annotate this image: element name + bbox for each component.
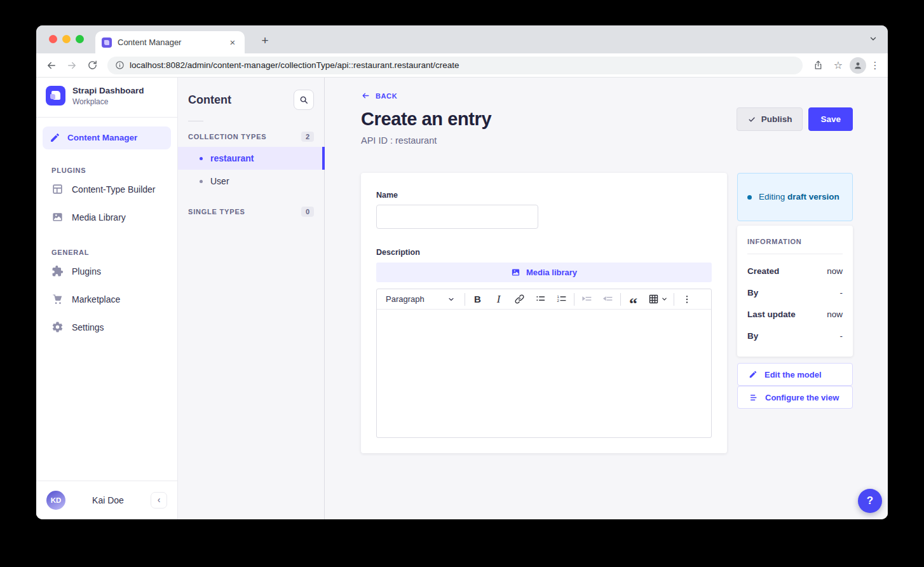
back-link[interactable]: BACK: [361, 92, 397, 100]
sidebar-item-plugins[interactable]: Plugins: [36, 257, 177, 285]
sidebar-item-media-library[interactable]: Media Library: [36, 203, 177, 231]
help-button[interactable]: ?: [858, 489, 882, 513]
sidebar-item-label: Content-Type Builder: [72, 184, 156, 195]
browser-profile-icon[interactable]: [850, 57, 866, 74]
link-icon: [514, 294, 525, 304]
italic-button[interactable]: I: [488, 290, 509, 308]
blockquote-button[interactable]: “: [623, 290, 644, 308]
svg-text:1: 1: [557, 295, 560, 299]
configure-view-button[interactable]: Configure the view: [737, 386, 853, 409]
workspace-brand[interactable]: Strapi Dashboard Workplace: [36, 78, 177, 118]
user-footer: KD Kai Doe ‹: [36, 481, 177, 519]
image-icon: [51, 211, 64, 223]
information-title: INFORMATION: [747, 238, 843, 245]
description-textarea[interactable]: [377, 310, 711, 437]
save-button[interactable]: Save: [808, 107, 853, 131]
tab-search-chevron-icon[interactable]: [869, 34, 878, 43]
sidebar-item-content-type-builder[interactable]: Content-Type Builder: [36, 175, 177, 203]
sidebar-item-label: Media Library: [72, 212, 126, 222]
close-window-button[interactable]: [49, 35, 57, 43]
reload-icon[interactable]: [83, 57, 101, 74]
back-arrow-icon: [361, 92, 370, 100]
divider: [574, 293, 574, 306]
numbered-list-button[interactable]: 12: [551, 290, 572, 308]
search-button[interactable]: [294, 90, 314, 110]
tab-title: Content Manager: [118, 38, 227, 47]
outdent-icon: [602, 294, 613, 304]
sidebar-item-label: Settings: [72, 322, 104, 332]
url-bar[interactable]: localhost:8082/admin/content-manager/col…: [107, 57, 803, 74]
edit-pen-icon: [50, 132, 60, 143]
kebab-menu-icon: [682, 294, 692, 304]
browser-menu-icon[interactable]: ⋮: [869, 57, 881, 74]
paragraph-style-dropdown[interactable]: Paragraph: [378, 289, 463, 309]
gear-icon: [51, 321, 64, 333]
entry-side-column: Editing draft version INFORMATION Create…: [737, 173, 853, 409]
window-controls[interactable]: [49, 35, 84, 43]
subnav-item-label: restaurant: [210, 153, 254, 163]
bookmark-star-icon[interactable]: ☆: [829, 57, 847, 74]
name-input[interactable]: [376, 205, 538, 229]
workspace-subtitle: Workplace: [72, 97, 144, 106]
bullet-list-icon: [535, 294, 546, 304]
chevron-down-icon: [661, 296, 668, 303]
forward-icon[interactable]: [63, 57, 81, 74]
minimize-window-button[interactable]: [62, 35, 71, 43]
indent-button[interactable]: [576, 290, 597, 308]
more-options-button[interactable]: [676, 290, 697, 308]
bullet-icon: [200, 180, 203, 183]
browser-tab[interactable]: Content Manager ×: [95, 31, 245, 53]
divider: [747, 254, 843, 254]
publish-button[interactable]: Publish: [737, 107, 803, 131]
sidebar-item-label: Content Manager: [67, 133, 137, 142]
back-icon[interactable]: [43, 57, 60, 74]
main-content: BACK Create an entry Publish Save API ID…: [325, 78, 888, 519]
url-text[interactable]: localhost:8082/admin/content-manager/col…: [130, 60, 459, 70]
new-tab-button[interactable]: +: [257, 34, 273, 49]
name-field-label: Name: [376, 191, 398, 200]
indent-icon: [581, 294, 592, 304]
table-button[interactable]: [644, 290, 672, 308]
info-row-created-by: By -: [747, 288, 843, 297]
subnav-title: Content: [188, 93, 231, 107]
maximize-window-button[interactable]: [76, 35, 84, 43]
sidebar-section-plugins: PLUGINS: [51, 167, 177, 174]
outdent-button[interactable]: [597, 290, 618, 308]
sidebar-item-label: Plugins: [72, 266, 101, 277]
draft-status-text: Editing draft version: [759, 191, 839, 203]
close-tab-icon[interactable]: ×: [227, 37, 238, 48]
divider: [674, 293, 674, 306]
single-types-label: SINGLE TYPES: [188, 208, 245, 215]
bold-button[interactable]: B: [467, 290, 488, 308]
editor-toolbar: Paragraph B I 12: [377, 289, 711, 310]
divider: [188, 121, 203, 121]
cart-icon: [51, 293, 64, 305]
strapi-favicon-icon: [102, 38, 112, 48]
share-icon[interactable]: [809, 57, 827, 74]
collection-types-count-badge: 2: [301, 132, 314, 142]
browser-toolbar: localhost:8082/admin/content-manager/col…: [36, 53, 888, 78]
site-info-icon[interactable]: [115, 60, 125, 70]
collapse-sidebar-button[interactable]: ‹: [151, 492, 167, 509]
tab-strip: Content Manager × +: [36, 25, 888, 53]
subnav-item-restaurant[interactable]: restaurant: [178, 147, 324, 170]
collection-types-label: COLLECTION TYPES: [188, 133, 266, 140]
subnav-item-user[interactable]: User: [178, 170, 324, 193]
sidebar-item-marketplace[interactable]: Marketplace: [36, 285, 177, 313]
check-icon: [747, 116, 756, 123]
api-id-subtitle: API ID : restaurant: [361, 135, 853, 146]
divider: [465, 293, 465, 306]
sidebar-item-content-manager[interactable]: Content Manager: [43, 126, 171, 149]
link-button[interactable]: [509, 290, 530, 308]
info-row-last-update: Last update now: [747, 310, 843, 319]
sidebar-item-settings[interactable]: Settings: [36, 313, 177, 341]
media-library-button[interactable]: Media library: [376, 263, 712, 282]
puzzle-icon: [51, 265, 64, 277]
info-row-created: Created now: [747, 266, 843, 276]
edit-model-button[interactable]: Edit the model: [737, 363, 853, 386]
bullet-list-button[interactable]: [530, 290, 551, 308]
search-icon: [299, 95, 308, 104]
sidebar-section-general: GENERAL: [51, 249, 177, 256]
info-row-updated-by: By -: [747, 331, 843, 341]
avatar[interactable]: KD: [46, 491, 65, 510]
